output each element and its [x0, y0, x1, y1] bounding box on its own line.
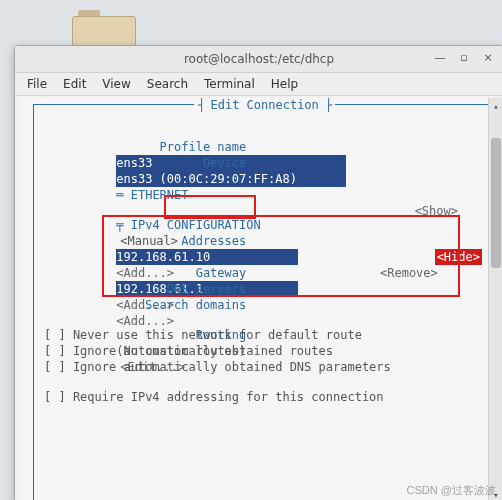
- menubar: File Edit View Search Terminal Help: [15, 73, 502, 96]
- titlebar[interactable]: root@localhost:/etc/dhcp — ▫ ×: [15, 46, 502, 73]
- chk-ignore-routes[interactable]: [ ] Ignore automatically obtained routes: [44, 343, 478, 359]
- ethernet-expander[interactable]: ═: [116, 188, 130, 202]
- menu-view[interactable]: View: [96, 75, 136, 93]
- tui-box: ┤ Edit Connection ├ Profile name ens33 D…: [33, 104, 489, 500]
- tui-legend: ┤ Edit Connection ├: [194, 98, 335, 113]
- menu-file[interactable]: File: [21, 75, 53, 93]
- scroll-thumb[interactable]: [491, 138, 501, 268]
- minimize-button[interactable]: —: [429, 51, 451, 67]
- terminal-scrollbar[interactable]: ▴ ▾: [488, 98, 502, 500]
- chk-require-ipv4[interactable]: [ ] Require IPv4 addressing for this con…: [44, 389, 478, 405]
- menu-edit[interactable]: Edit: [57, 75, 92, 93]
- maximize-button[interactable]: ▫: [453, 51, 475, 67]
- terminal-area: ┤ Edit Connection ├ Profile name ens33 D…: [21, 98, 502, 500]
- device-label: Device: [116, 155, 246, 171]
- menu-terminal[interactable]: Terminal: [198, 75, 261, 93]
- window-title: root@localhost:/etc/dhcp: [184, 52, 334, 66]
- watermark: CSDN @过客波波: [407, 483, 496, 498]
- scroll-up-icon[interactable]: ▴: [489, 98, 502, 112]
- menu-search[interactable]: Search: [141, 75, 194, 93]
- terminal-window: root@localhost:/etc/dhcp — ▫ × File Edit…: [14, 45, 502, 500]
- chk-ignore-dns[interactable]: [ ] Ignore automatically obtained DNS pa…: [44, 359, 478, 375]
- close-button[interactable]: ×: [477, 51, 499, 67]
- menu-help[interactable]: Help: [265, 75, 304, 93]
- chk-default-route[interactable]: [ ] Never use this network for default r…: [44, 327, 478, 343]
